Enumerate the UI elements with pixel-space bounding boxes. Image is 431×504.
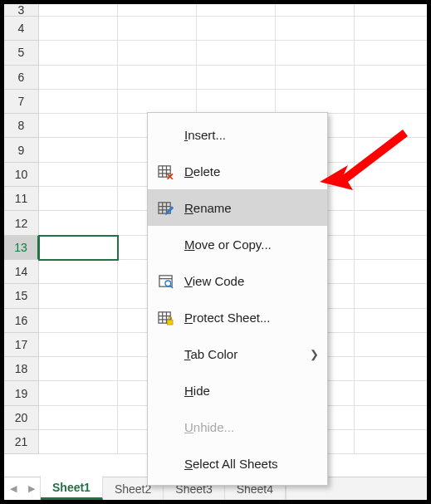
- cell[interactable]: [355, 163, 431, 187]
- cell[interactable]: [39, 260, 118, 284]
- cell[interactable]: [39, 138, 118, 162]
- cell[interactable]: [39, 90, 118, 114]
- tab-nav-prev[interactable]: ◀: [4, 477, 22, 500]
- menu-item-protect[interactable]: Protect Sheet...: [148, 299, 327, 335]
- cell[interactable]: [39, 381, 118, 405]
- row-header[interactable]: 8: [4, 114, 39, 138]
- cell[interactable]: [118, 17, 197, 41]
- cell[interactable]: [197, 41, 276, 65]
- row-header[interactable]: 14: [4, 260, 39, 284]
- cell[interactable]: [276, 90, 355, 114]
- blank-icon: [156, 381, 174, 399]
- row-header[interactable]: 19: [4, 381, 39, 405]
- row-header[interactable]: 7: [4, 90, 39, 114]
- cell[interactable]: [118, 4, 197, 17]
- cell[interactable]: [355, 90, 431, 114]
- excel-window: 3456789101112131415161718192021 ◀ ▶ Shee…: [0, 0, 431, 504]
- row-header[interactable]: 12: [4, 211, 39, 235]
- cell[interactable]: [355, 114, 431, 138]
- cell[interactable]: [39, 114, 118, 138]
- menu-item-label: Hide: [184, 384, 317, 398]
- cell[interactable]: [39, 187, 118, 211]
- menu-item-move[interactable]: Move or Copy...: [148, 226, 327, 262]
- row-header[interactable]: 9: [4, 138, 39, 162]
- cell[interactable]: [118, 66, 197, 90]
- cell[interactable]: [39, 309, 118, 333]
- cell[interactable]: [39, 17, 118, 41]
- row-header[interactable]: 10: [4, 163, 39, 187]
- row-header[interactable]: 16: [4, 309, 39, 333]
- menu-item-code[interactable]: View Code: [148, 262, 327, 299]
- cell[interactable]: [39, 333, 118, 357]
- menu-item-label: Tab Color: [184, 347, 317, 361]
- blank-icon: [156, 454, 174, 472]
- tab-nav-next[interactable]: ▶: [22, 477, 41, 500]
- cell[interactable]: [355, 381, 431, 405]
- cell[interactable]: [39, 236, 118, 260]
- cell[interactable]: [355, 357, 431, 381]
- cell[interactable]: [355, 66, 431, 90]
- blank-icon: [156, 345, 174, 363]
- row-header[interactable]: 3: [4, 4, 39, 17]
- row-header[interactable]: 15: [4, 284, 39, 308]
- row-header[interactable]: 21: [4, 430, 39, 454]
- cell[interactable]: [355, 309, 431, 333]
- blank-icon: [156, 418, 174, 436]
- cell[interactable]: [39, 284, 118, 308]
- cell[interactable]: [276, 41, 355, 65]
- cell[interactable]: [39, 66, 118, 90]
- cell[interactable]: [276, 4, 355, 17]
- row-header[interactable]: 5: [4, 41, 39, 65]
- cell[interactable]: [355, 4, 431, 17]
- menu-item-hide[interactable]: Hide: [148, 372, 327, 409]
- sheet-tab-sheet1[interactable]: Sheet1: [41, 476, 103, 500]
- cell[interactable]: [39, 4, 118, 17]
- cell[interactable]: [355, 187, 431, 211]
- cell[interactable]: [197, 66, 276, 90]
- cell[interactable]: [118, 90, 197, 114]
- blank-icon: [156, 125, 174, 144]
- row-header-column: 3456789101112131415161718192021: [4, 4, 39, 500]
- cell[interactable]: [355, 430, 431, 454]
- cell[interactable]: [355, 211, 431, 235]
- cell[interactable]: [39, 430, 118, 454]
- cell[interactable]: [39, 357, 118, 381]
- cell[interactable]: [355, 284, 431, 308]
- row-header[interactable]: 18: [4, 357, 39, 381]
- menu-item-label: Unhide...: [184, 420, 317, 434]
- menu-item-label: Delete: [184, 164, 317, 179]
- menu-item-label: Rename: [184, 201, 317, 215]
- cell[interactable]: [197, 90, 276, 114]
- cell[interactable]: [197, 17, 276, 41]
- cell[interactable]: [276, 17, 355, 41]
- cell[interactable]: [197, 4, 276, 17]
- cell[interactable]: [39, 163, 118, 187]
- cell[interactable]: [118, 41, 197, 65]
- cell[interactable]: [276, 66, 355, 90]
- cell[interactable]: [39, 211, 118, 235]
- cell[interactable]: [39, 406, 118, 430]
- cell[interactable]: [355, 260, 431, 284]
- row-header[interactable]: 13: [4, 236, 39, 260]
- row-header[interactable]: 4: [4, 17, 39, 41]
- menu-item-tabcolor[interactable]: Tab Color❯: [148, 335, 327, 372]
- cell[interactable]: [355, 406, 431, 430]
- svg-rect-21: [167, 320, 173, 325]
- cell[interactable]: [355, 236, 431, 260]
- cell[interactable]: [355, 17, 431, 41]
- menu-item-rename[interactable]: Rename: [148, 189, 327, 226]
- menu-item-insert[interactable]: Insert...: [148, 116, 327, 153]
- menu-item-selall[interactable]: Select All Sheets: [148, 445, 327, 482]
- row-header[interactable]: 20: [4, 406, 39, 430]
- menu-item-label: Insert...: [184, 128, 317, 142]
- menu-item-label: Select All Sheets: [184, 457, 317, 471]
- row-header[interactable]: 6: [4, 66, 39, 90]
- cell[interactable]: [355, 138, 431, 162]
- row-header[interactable]: 17: [4, 333, 39, 357]
- cell[interactable]: [355, 333, 431, 357]
- cell[interactable]: [355, 41, 431, 65]
- cell[interactable]: [39, 41, 118, 65]
- menu-item-delete[interactable]: Delete: [148, 153, 327, 189]
- menu-item-unhide: Unhide...: [148, 409, 327, 445]
- row-header[interactable]: 11: [4, 187, 39, 211]
